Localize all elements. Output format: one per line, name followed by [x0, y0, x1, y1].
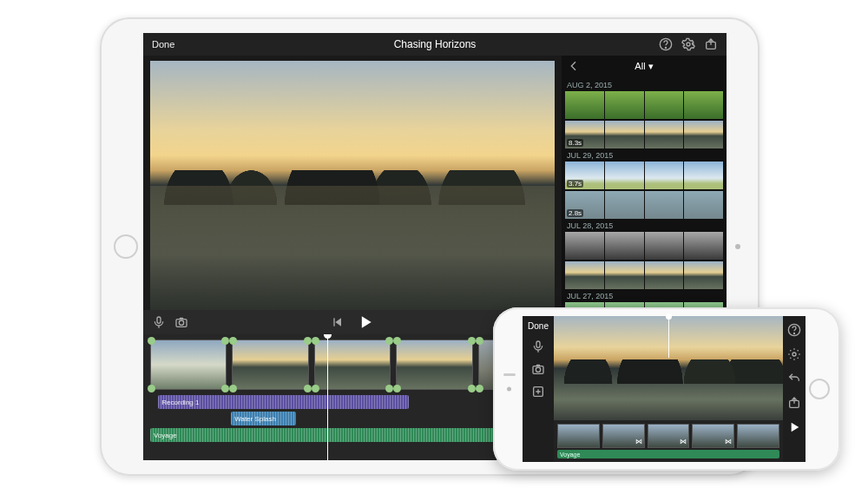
timeline-clip[interactable]: ⋈	[648, 424, 690, 448]
settings-icon[interactable]	[681, 37, 695, 51]
help-icon[interactable]	[787, 323, 801, 337]
clip-thumbnail[interactable]	[605, 232, 644, 260]
clip-handle[interactable]	[221, 385, 229, 392]
clip-handle[interactable]	[393, 337, 401, 345]
ipad-topbar: Done Chasing Horizons	[143, 33, 727, 56]
audio-track[interactable]: Recording 1	[158, 395, 409, 409]
browser-filter[interactable]: All ▾	[635, 61, 653, 72]
timeline-clip[interactable]	[737, 424, 779, 448]
browser-clip-row[interactable]	[565, 261, 723, 289]
clip-duration: 2.8s	[567, 209, 583, 217]
clip-thumbnail[interactable]	[565, 261, 604, 289]
clip-handle[interactable]	[385, 337, 393, 345]
browser-clip-row[interactable]	[565, 232, 723, 260]
browser-date-label: JUL 27, 2015	[567, 292, 723, 300]
clip-duration: 3.7s	[567, 180, 583, 188]
clip-thumbnail[interactable]	[565, 91, 604, 119]
clip-thumbnail[interactable]	[684, 232, 723, 260]
share-icon[interactable]	[787, 396, 801, 410]
play-icon[interactable]	[787, 420, 801, 434]
clip-handle[interactable]	[385, 385, 393, 392]
clip-handle[interactable]	[468, 385, 476, 392]
audio-track[interactable]: Water Splash	[231, 412, 296, 425]
svg-rect-7	[333, 318, 334, 326]
iphone-device: Done ⋈ ⋈ ⋈ Voyage	[493, 307, 840, 471]
ipad-home-button[interactable]	[114, 234, 138, 259]
add-media-icon[interactable]	[531, 385, 545, 399]
iphone-done-button[interactable]: Done	[528, 321, 549, 331]
iphone-home-button[interactable]	[809, 379, 830, 399]
timeline-clip[interactable]	[232, 340, 308, 390]
clip-handle[interactable]	[304, 385, 312, 392]
clip-handle[interactable]	[476, 385, 483, 392]
preview-pane	[143, 56, 562, 334]
clip-thumbnail[interactable]	[684, 261, 723, 289]
clip-handle[interactable]	[393, 385, 401, 392]
camera-icon[interactable]	[174, 315, 188, 329]
clip-handle[interactable]	[148, 385, 155, 392]
iphone-left-toolbar: Done	[523, 316, 554, 462]
undo-icon[interactable]	[787, 372, 801, 386]
clip-thumbnail[interactable]	[684, 121, 723, 148]
timeline-clip[interactable]	[557, 424, 600, 448]
clip-thumbnail[interactable]	[684, 91, 723, 119]
clip-handle[interactable]	[229, 337, 237, 345]
clip-handle[interactable]	[229, 385, 237, 392]
skip-back-icon[interactable]	[331, 315, 345, 329]
done-button[interactable]: Done	[152, 39, 174, 49]
timeline-clip[interactable]	[150, 340, 227, 390]
svg-point-14	[792, 353, 796, 356]
browser-clip-row[interactable]	[565, 91, 723, 119]
camera-icon[interactable]	[531, 362, 545, 376]
iphone-speaker	[503, 373, 516, 376]
clip-handle[interactable]	[312, 337, 319, 345]
iphone-playhead[interactable]	[668, 316, 669, 358]
audio-track[interactable]: Voyage	[150, 428, 538, 442]
clip-thumbnail[interactable]	[645, 91, 684, 119]
browser-date-label: AUG 2, 2015	[567, 81, 723, 89]
svg-rect-4	[157, 317, 161, 323]
clip-handle[interactable]	[221, 337, 229, 345]
clip-thumbnail[interactable]	[605, 121, 644, 148]
browser-back-icon[interactable]	[567, 59, 581, 73]
clip-handle[interactable]	[476, 337, 483, 345]
ipad-camera	[735, 244, 740, 249]
clip-thumbnail[interactable]	[605, 91, 644, 119]
clip-handle[interactable]	[148, 337, 155, 345]
clip-thumbnail[interactable]	[645, 191, 684, 219]
browser-clip-row[interactable]: 8.3s	[565, 121, 723, 148]
clip-thumbnail[interactable]	[684, 162, 723, 189]
playhead[interactable]	[327, 334, 328, 460]
timeline-clip[interactable]: ⋈	[602, 424, 645, 448]
svg-point-6	[179, 320, 183, 325]
settings-icon[interactable]	[787, 347, 801, 361]
clip-thumbnail[interactable]	[684, 191, 723, 219]
browser-clip-row[interactable]: 2.8s	[565, 191, 723, 219]
clip-thumbnail[interactable]	[605, 191, 644, 219]
timeline-clip[interactable]: ⋈	[692, 424, 734, 448]
browser-date-label: JUL 28, 2015	[567, 221, 723, 230]
browser-clip-row[interactable]: 3.7s	[565, 162, 723, 189]
clip-thumbnail[interactable]	[605, 261, 644, 289]
clip-thumbnail[interactable]	[645, 162, 684, 189]
iphone-music-track[interactable]: Voyage	[557, 450, 779, 458]
clip-thumbnail[interactable]	[645, 232, 684, 260]
timeline-clip[interactable]	[314, 340, 391, 390]
help-icon[interactable]	[659, 37, 673, 51]
svg-point-13	[793, 333, 794, 333]
share-icon[interactable]	[704, 37, 718, 51]
clip-thumbnail[interactable]	[645, 121, 684, 148]
play-icon[interactable]	[357, 313, 374, 331]
clip-thumbnail[interactable]	[565, 232, 604, 260]
clip-thumbnail[interactable]	[645, 261, 684, 289]
clip-handle[interactable]	[312, 385, 319, 392]
clip-handle[interactable]	[468, 337, 476, 345]
preview-canvas[interactable]	[150, 61, 555, 310]
clip-thumbnail[interactable]	[605, 162, 644, 189]
clip-handle[interactable]	[304, 337, 312, 345]
microphone-icon[interactable]	[531, 340, 545, 353]
microphone-icon[interactable]	[152, 315, 166, 329]
svg-point-1	[665, 47, 666, 48]
iphone-timeline[interactable]: ⋈ ⋈ ⋈ Voyage	[554, 420, 783, 462]
timeline-clip[interactable]	[396, 340, 472, 390]
